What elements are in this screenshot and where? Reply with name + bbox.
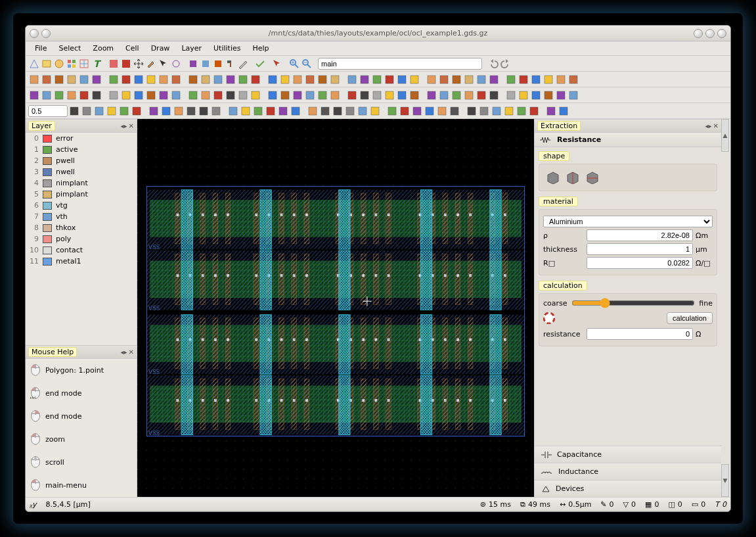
tool-generic-icon[interactable]	[267, 74, 278, 85]
tool-generic-icon[interactable]	[170, 74, 182, 85]
cell-name-input[interactable]	[318, 58, 482, 70]
tool-generic-icon[interactable]	[488, 74, 500, 85]
tool-generic-icon[interactable]	[41, 74, 53, 85]
tool-generic-icon[interactable]	[491, 105, 502, 117]
tool-generic-icon[interactable]	[304, 74, 316, 85]
layer-row[interactable]: 2 pwell	[26, 155, 137, 166]
tool-generic-icon[interactable]	[409, 89, 420, 101]
capacitance-section[interactable]: Capacitance	[535, 446, 721, 463]
panel-pin-icon[interactable]: ◂▸	[705, 122, 712, 129]
layer-row[interactable]: 5 pimplant	[26, 189, 137, 200]
tool-generic-icon[interactable]	[145, 89, 157, 101]
tool-generic-icon[interactable]	[237, 74, 249, 85]
tool-generic-icon[interactable]	[359, 89, 370, 101]
rsq-input[interactable]	[587, 257, 693, 269]
inductance-section[interactable]: Inductance	[535, 463, 721, 480]
tool-generic-icon[interactable]	[424, 105, 435, 117]
tool-generic-icon[interactable]	[346, 74, 358, 85]
tool-generic-icon[interactable]	[384, 89, 395, 101]
tool-generic-icon[interactable]	[528, 105, 540, 117]
panel-close-icon[interactable]: ✕	[129, 348, 134, 356]
menu-select[interactable]: Select	[53, 43, 86, 54]
tool-generic-icon[interactable]	[399, 105, 411, 117]
tool-generic-icon[interactable]	[53, 89, 65, 101]
panel-pin-icon[interactable]: ◂▸	[121, 122, 127, 129]
tool-generic-icon[interactable]	[516, 105, 527, 117]
tool-text-icon[interactable]: T	[91, 58, 102, 70]
tool-generic-icon[interactable]	[93, 105, 105, 117]
tool-generic-icon[interactable]	[120, 74, 132, 85]
grid-value-input[interactable]	[28, 105, 68, 117]
menu-help[interactable]: Help	[247, 43, 274, 54]
tool-generic-icon[interactable]	[505, 74, 517, 85]
tool-generic-icon[interactable]	[250, 74, 261, 85]
tool-generic-icon[interactable]	[108, 74, 120, 85]
tool-generic-icon[interactable]	[369, 105, 381, 117]
tool-move-icon[interactable]	[133, 58, 145, 70]
tool-generic-icon[interactable]	[28, 89, 40, 101]
layer-row[interactable]: 0 error	[26, 133, 137, 144]
tool-sphere-icon[interactable]	[53, 58, 65, 70]
tool-generic-icon[interactable]	[371, 89, 383, 101]
layer-row[interactable]: 9 poly	[26, 233, 137, 245]
tool-generic-icon[interactable]	[148, 105, 160, 117]
menu-layer[interactable]: Layer	[176, 43, 207, 54]
tool-generic-icon[interactable]	[411, 105, 423, 117]
tool-generic-icon[interactable]	[476, 74, 487, 85]
layer-row[interactable]: 1 active	[26, 144, 137, 155]
tool-generic-icon[interactable]	[319, 105, 331, 117]
tool-generic-icon[interactable]	[91, 74, 102, 85]
tool-generic-icon[interactable]	[476, 89, 487, 101]
tool-generic-icon[interactable]	[478, 105, 490, 117]
tool-generic-icon[interactable]	[265, 105, 277, 117]
shape-option-3[interactable]	[585, 171, 600, 184]
tool-zoom-out-icon[interactable]	[301, 58, 313, 70]
tool-generic-icon[interactable]	[68, 105, 80, 117]
layer-row[interactable]: 3 nwell	[26, 166, 137, 177]
menu-file[interactable]: File	[30, 43, 52, 54]
layer-row[interactable]: 8 thkox	[26, 222, 137, 233]
tool-generic-icon[interactable]	[81, 105, 93, 117]
tool-generic-icon[interactable]	[307, 105, 319, 117]
tool-generic-icon[interactable]	[505, 89, 517, 101]
tool-generic-icon[interactable]	[292, 74, 303, 85]
tool-generic-icon[interactable]	[451, 74, 462, 85]
tool-generic-icon[interactable]	[304, 89, 316, 101]
tool-generic-icon[interactable]	[317, 89, 328, 101]
tool-square2-icon[interactable]	[200, 58, 211, 70]
layer-row[interactable]: 11 metal1	[26, 256, 137, 267]
layer-row[interactable]: 4 nimplant	[26, 177, 137, 189]
tool-generic-icon[interactable]	[371, 74, 383, 85]
tool-generic-icon[interactable]	[426, 89, 437, 101]
tool-grid-icon[interactable]	[78, 58, 90, 70]
tool-generic-icon[interactable]	[200, 74, 211, 85]
tool-check-icon[interactable]	[254, 58, 266, 70]
tool-generic-icon[interactable]	[277, 105, 289, 117]
tool-generic-icon[interactable]	[396, 74, 408, 85]
layout-canvas[interactable]: VSSVSSVSSVSS	[137, 119, 534, 497]
tool-square1-icon[interactable]	[187, 58, 199, 70]
tool-generic-icon[interactable]	[237, 89, 249, 101]
tool-generic-icon[interactable]	[518, 74, 529, 85]
tool-generic-icon[interactable]	[225, 89, 236, 101]
tool-generic-icon[interactable]	[131, 105, 143, 117]
scroll-up-icon[interactable]: ▲	[721, 119, 729, 152]
tool-generic-icon[interactable]	[290, 105, 301, 117]
tool-generic-icon[interactable]	[292, 89, 303, 101]
shape-option-2[interactable]	[566, 171, 580, 184]
tool-generic-icon[interactable]	[426, 74, 437, 85]
tool-generic-icon[interactable]	[359, 74, 370, 85]
tool-generic-icon[interactable]	[567, 89, 579, 101]
tool-generic-icon[interactable]	[357, 105, 368, 117]
menu-utilities[interactable]: Utilities	[208, 43, 246, 54]
tool-brush-icon[interactable]	[145, 58, 157, 70]
tool-generic-icon[interactable]	[438, 89, 450, 101]
tool-generic-icon[interactable]	[438, 74, 450, 85]
tool-generic-icon[interactable]	[463, 89, 475, 101]
tool-generic-icon[interactable]	[185, 105, 197, 117]
tool-generic-icon[interactable]	[158, 89, 169, 101]
tool-generic-icon[interactable]	[396, 89, 408, 101]
tool-generic-icon[interactable]	[53, 74, 65, 85]
material-select[interactable]: Aluminium	[543, 216, 713, 227]
tool-square3-icon[interactable]	[212, 58, 224, 70]
